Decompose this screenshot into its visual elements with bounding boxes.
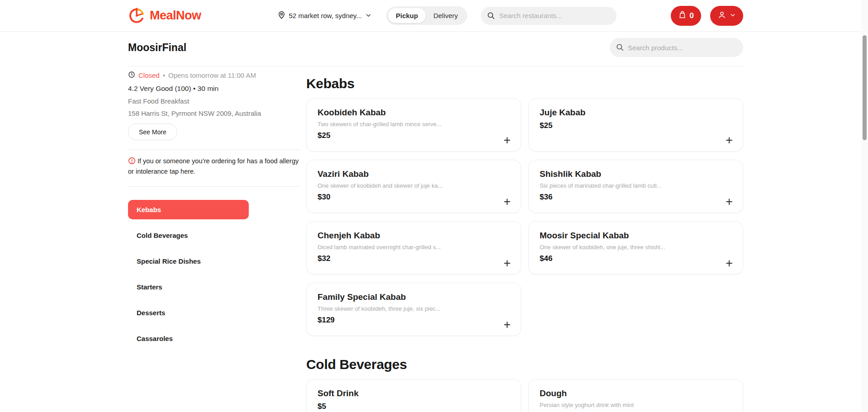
brand-logo[interactable]: MealNow — [128, 6, 201, 26]
delivery-tab[interactable]: Delivery — [426, 8, 465, 23]
plus-icon: + — [503, 133, 511, 147]
menu-item-card[interactable]: Juje Kabab $25 + — [528, 98, 743, 152]
menu-item-name: Moosir Special Kabab — [540, 231, 732, 241]
menu-item-description: One skewer of koobideh, one juje, three … — [540, 244, 732, 251]
shopping-bag-icon — [678, 10, 687, 21]
top-header: MealNow 52 market row, sydney... Pickup … — [0, 0, 868, 32]
section-title-kebabs: Kebabs — [306, 76, 743, 91]
menu-item-price: $46 — [540, 254, 732, 263]
cart-button[interactable]: 0 — [671, 6, 701, 26]
user-icon — [717, 10, 726, 21]
section-title-cold-beverages: Cold Beverages — [306, 357, 743, 372]
alert-icon — [128, 157, 138, 165]
product-search-input[interactable] — [610, 38, 743, 57]
menu-item-name: Shishlik Kabab — [540, 169, 732, 179]
product-search — [610, 38, 743, 57]
clock-logo-icon — [128, 6, 146, 26]
menu-item-card[interactable]: Koobideh Kabab Two skewers of char-grill… — [306, 98, 521, 152]
category-nav: Kebabs Cold Beverages Special Rice Dishe… — [128, 200, 300, 355]
menu-item-name: Dough — [540, 388, 732, 398]
plus-icon: + — [726, 256, 733, 270]
add-item-button[interactable]: + — [726, 257, 733, 270]
plus-icon: + — [726, 133, 733, 147]
sidebar-item-cold-beverages[interactable]: Cold Beverages — [128, 226, 249, 245]
menu-item-description: Two skewers of char-grilled lamb mince s… — [318, 121, 510, 128]
delivery-address-label: 52 market row, sydney... — [289, 12, 362, 19]
menu-item-description: Diced lamb marinated overnight char-gril… — [318, 244, 510, 251]
sidebar-item-special-rice-dishes[interactable]: Special Rice Dishes — [128, 251, 249, 271]
add-item-button[interactable]: + — [726, 196, 733, 208]
chevron-down-icon — [365, 12, 372, 20]
menu-item-price: $30 — [318, 193, 510, 202]
divider — [128, 186, 300, 187]
sidebar-item-cassaroles[interactable]: Cassaroles — [128, 329, 249, 348]
divider — [128, 150, 300, 150]
page-scrollbar[interactable] — [862, 0, 868, 412]
menu-item-name: Chenjeh Kabab — [318, 231, 510, 241]
rating-line: 4.2 Very Good (100) • 30 min — [128, 85, 300, 93]
closed-badge: Closed — [138, 71, 160, 79]
menu-item-name: Family Special Kabab — [318, 292, 510, 302]
add-item-button[interactable]: + — [503, 319, 511, 331]
see-more-button[interactable]: See More — [128, 123, 177, 140]
menu-grid-cold-beverages: Soft Drink $5 + Dough Persian style yogh… — [306, 379, 743, 412]
pickup-tab[interactable]: Pickup — [388, 8, 426, 23]
menu-item-name: Soft Drink — [318, 388, 510, 398]
sidebar-item-kebabs[interactable]: Kebabs — [128, 200, 249, 219]
menu-item-card[interactable]: Dough Persian style yoghurt drink with m… — [528, 379, 743, 412]
plus-icon: + — [726, 195, 733, 208]
delivery-address-selector[interactable]: 52 market row, sydney... — [277, 11, 372, 21]
menu-item-price: $5 — [318, 402, 510, 411]
add-item-button[interactable]: + — [503, 134, 511, 147]
opens-info: Opens tomorrow at 11:00 AM — [168, 71, 256, 79]
location-pin-icon — [277, 11, 286, 21]
menu-item-card[interactable]: Soft Drink $5 + — [306, 379, 521, 412]
cuisine-tags: Fast Food Breakfast — [128, 97, 300, 105]
menu-item-price: $25 — [318, 131, 510, 140]
menu-area: Kebabs Koobideh Kabab Two skewers of cha… — [306, 66, 743, 412]
sidebar-item-starters[interactable]: Starters — [128, 277, 249, 297]
menu-item-name: Juje Kabab — [540, 108, 732, 118]
separator-dot: • — [163, 71, 165, 79]
menu-item-card[interactable]: Family Special Kabab Three skewer of koo… — [306, 283, 521, 336]
cart-count: 0 — [690, 11, 694, 20]
menu-item-description: Persian style yoghurt drink with mint — [540, 402, 732, 408]
menu-item-price: $32 — [318, 254, 510, 263]
menu-item-card[interactable]: Moosir Special Kabab One skewer of koobi… — [528, 221, 743, 275]
menu-item-price: $36 — [540, 193, 732, 202]
search-icon — [487, 11, 495, 22]
plus-icon: + — [503, 195, 511, 208]
restaurant-address: 158 Harris St, Pyrmont NSW 2009, Austral… — [128, 109, 300, 117]
add-item-button[interactable]: + — [726, 134, 733, 147]
menu-item-name: Vaziri Kabab — [318, 169, 510, 179]
search-icon — [616, 43, 624, 53]
restaurant-search — [481, 7, 617, 25]
plus-icon: + — [503, 318, 511, 331]
allergy-notice[interactable]: If you or someone you’re ordering for ha… — [128, 156, 300, 177]
restaurant-search-input[interactable] — [481, 7, 617, 25]
menu-item-name: Koobideh Kabab — [318, 108, 510, 118]
plus-icon: + — [503, 256, 511, 270]
menu-item-card[interactable]: Shishlik Kabab Six pieces of marinated c… — [528, 160, 743, 213]
allergy-notice-text: If you or someone you’re ordering for ha… — [128, 157, 299, 175]
restaurant-name: MoosirFinal — [128, 42, 186, 54]
clock-icon — [128, 71, 135, 80]
sidebar-item-desserts[interactable]: Desserts — [128, 303, 249, 322]
menu-item-description: One skewer of koobideh and skewer of juj… — [318, 182, 510, 189]
order-mode-toggle: Pickup Delivery — [386, 6, 467, 25]
add-item-button[interactable]: + — [503, 196, 511, 208]
menu-item-description: Six pieces of marinated char-grilled lam… — [540, 182, 732, 189]
chevron-down-icon — [730, 12, 736, 19]
menu-grid-kebabs: Koobideh Kabab Two skewers of char-grill… — [306, 98, 743, 336]
menu-item-card[interactable]: Vaziri Kabab One skewer of koobideh and … — [306, 160, 521, 213]
opening-status: Closed • Opens tomorrow at 11:00 AM — [128, 71, 300, 80]
account-button[interactable] — [710, 6, 743, 26]
add-item-button[interactable]: + — [503, 257, 511, 270]
restaurant-info-sidebar: Closed • Opens tomorrow at 11:00 AM 4.2 … — [128, 66, 300, 355]
brand-name: MealNow — [150, 9, 201, 23]
scrollbar-thumb[interactable] — [863, 35, 867, 140]
menu-item-price: $129 — [318, 316, 510, 325]
menu-item-card[interactable]: Chenjeh Kabab Diced lamb marinated overn… — [306, 221, 521, 275]
menu-item-price: $25 — [540, 121, 732, 130]
restaurant-header: MoosirFinal — [128, 32, 743, 66]
